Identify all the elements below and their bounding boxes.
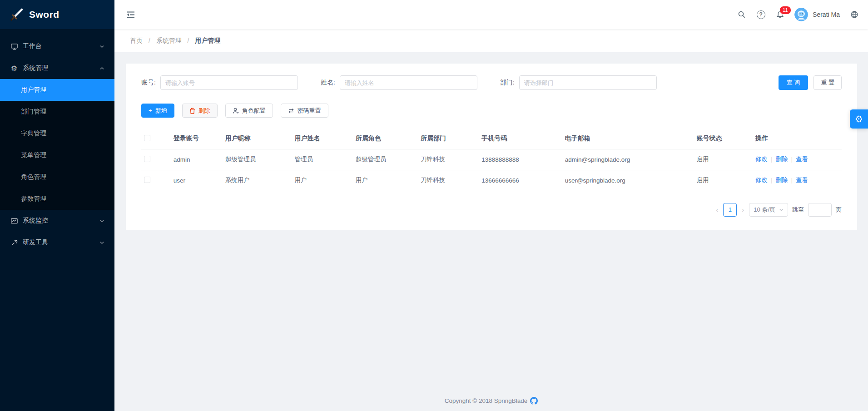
page-number[interactable]: 1 [723, 203, 737, 217]
copyright-text: Copyright © 2018 SpringBlade [445, 397, 528, 404]
pagination: ‹ 1 › 10 条/页 跳至 页 [141, 203, 842, 217]
submenu-item-label: 字典管理 [21, 129, 46, 138]
sidebar-item-user-management[interactable]: 用户管理 [0, 79, 114, 101]
filter-name: 姓名: [321, 75, 477, 90]
sidebar-item-dict-management[interactable]: 字典管理 [0, 123, 114, 144]
topbar-right: ? 11 [737, 8, 859, 21]
table-header-row: 登录账号 用户昵称 用户姓名 所属角色 所属部门 手机号码 电子邮箱 账号状态 … [141, 129, 842, 149]
delete-button-label: 删除 [198, 107, 210, 115]
cell-email: user@springblade.org [562, 170, 694, 191]
cell-dept: 刀锋科技 [418, 149, 479, 170]
action-separator: | [791, 177, 793, 183]
select-all-checkbox[interactable] [144, 135, 150, 141]
sidebar-item-menu-management[interactable]: 菜单管理 [0, 144, 114, 166]
role-config-label: 角色配置 [242, 107, 266, 115]
delete-button[interactable]: 删除 [182, 104, 218, 118]
filter-buttons: 查 询 重 置 [779, 75, 842, 90]
cell-nickname: 系统用户 [223, 170, 292, 191]
sidebar-item-workbench[interactable]: 工作台 [0, 35, 114, 57]
cell-phone: 13666666666 [479, 170, 562, 191]
dept-select[interactable] [519, 75, 657, 90]
breadcrumb: 首页 / 系统管理 / 用户管理 [114, 29, 868, 52]
edit-link[interactable]: 修改 [755, 177, 768, 183]
swap-icon [288, 108, 294, 114]
gear-icon: ⚙ [855, 114, 863, 124]
chevron-down-icon [99, 240, 104, 245]
cell-status: 启用 [694, 149, 753, 170]
app-root: Sword 工作台 ⚙ 系统管理 [0, 0, 868, 411]
name-input[interactable] [340, 75, 477, 90]
cell-dept: 刀锋科技 [418, 170, 479, 191]
submenu-item-label: 用户管理 [21, 86, 46, 94]
avatar[interactable] [794, 8, 808, 21]
jump-page-input[interactable] [808, 203, 832, 217]
add-button[interactable]: + 新增 [141, 104, 174, 118]
view-link[interactable]: 查看 [796, 156, 808, 163]
breadcrumb-separator: / [149, 37, 150, 44]
sidebar-item-role-management[interactable]: 角色管理 [0, 166, 114, 188]
sidebar-item-label: 工作台 [23, 42, 42, 50]
user-plus-icon [233, 108, 239, 114]
footer: Copyright © 2018 SpringBlade [114, 397, 868, 411]
view-link[interactable]: 查看 [796, 177, 808, 183]
chevron-down-icon [99, 218, 104, 223]
content: 账号: 姓名: 部门: 查 询 重 置 [114, 52, 868, 411]
cell-nickname: 超级管理员 [223, 149, 292, 170]
cell-login: admin [171, 149, 223, 170]
breadcrumb-home[interactable]: 首页 [130, 37, 143, 44]
wrench-icon [10, 238, 18, 247]
prev-page-icon[interactable]: ‹ [715, 206, 719, 213]
delete-link[interactable]: 删除 [776, 156, 788, 163]
search-button[interactable]: 查 询 [779, 75, 808, 90]
col-login: 登录账号 [171, 129, 223, 149]
help-icon[interactable]: ? [756, 10, 765, 19]
page-size-value: 10 条/页 [754, 206, 775, 214]
account-label: 账号: [141, 79, 156, 87]
question-glyph: ? [757, 10, 765, 19]
chevron-up-icon [99, 66, 104, 71]
search-icon[interactable] [737, 10, 746, 19]
password-reset-button[interactable]: 密码重置 [281, 104, 328, 118]
cell-role: 用户 [353, 170, 418, 191]
chevron-down-icon [99, 44, 104, 49]
sidebar-item-param-management[interactable]: 参数管理 [0, 188, 114, 210]
sidebar: Sword 工作台 ⚙ 系统管理 [0, 0, 114, 411]
sidebar-item-dev-tools[interactable]: 研发工具 [0, 232, 114, 253]
edit-link[interactable]: 修改 [755, 156, 768, 163]
chevron-down-icon [779, 208, 784, 212]
account-input[interactable] [160, 75, 298, 90]
theme-settings-button[interactable]: ⚙ [850, 109, 868, 129]
role-config-button[interactable]: 角色配置 [225, 104, 273, 118]
app-title: Sword [29, 9, 60, 20]
github-icon[interactable] [530, 397, 538, 405]
col-role: 所属角色 [353, 129, 418, 149]
col-phone: 手机号码 [479, 129, 562, 149]
language-globe-icon[interactable] [850, 10, 859, 19]
row-checkbox[interactable] [144, 156, 150, 162]
filter-row: 账号: 姓名: 部门: 查 询 重 置 [141, 75, 842, 90]
filter-account: 账号: [141, 75, 298, 90]
menu-fold-icon[interactable] [126, 10, 135, 19]
trash-icon [189, 108, 195, 114]
add-button-label: 新增 [155, 107, 167, 115]
reset-button[interactable]: 重 置 [813, 75, 842, 90]
submenu-item-label: 部门管理 [21, 108, 46, 116]
sidebar-item-label: 研发工具 [23, 238, 48, 247]
chart-icon [10, 217, 18, 225]
user-name[interactable]: Serati Ma [813, 11, 840, 18]
sidebar-item-dept-management[interactable]: 部门管理 [0, 101, 114, 123]
logo[interactable]: Sword [0, 0, 114, 29]
page-size-select[interactable]: 10 条/页 [749, 203, 788, 217]
dept-label: 部门: [500, 79, 515, 87]
col-actions: 操作 [753, 129, 842, 149]
action-separator: | [771, 177, 773, 183]
sidebar-menu: 工作台 ⚙ 系统管理 用户管理 部门管理 [0, 29, 114, 253]
sidebar-item-system-monitor[interactable]: 系统监控 [0, 210, 114, 232]
row-checkbox[interactable] [144, 177, 150, 183]
next-page-icon[interactable]: › [741, 206, 745, 213]
sidebar-item-system-management[interactable]: ⚙ 系统管理 [0, 57, 114, 79]
topbar: ? 11 [114, 0, 868, 29]
breadcrumb-system[interactable]: 系统管理 [156, 37, 182, 44]
notification-bell-icon[interactable]: 11 [775, 10, 784, 19]
delete-link[interactable]: 删除 [776, 177, 788, 183]
